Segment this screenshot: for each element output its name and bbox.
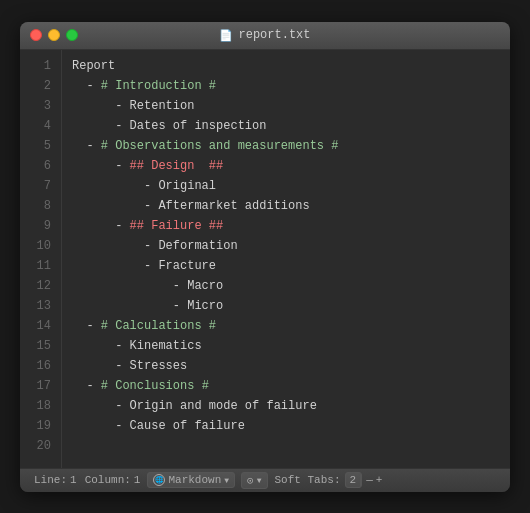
window-title: 📄 report.txt xyxy=(219,28,310,42)
line-number: 9 xyxy=(26,216,51,236)
settings-icon: ⊙ xyxy=(247,474,254,487)
editor-line: - Stresses xyxy=(72,356,500,376)
line-number: 4 xyxy=(26,116,51,136)
line-number: 2 xyxy=(26,76,51,96)
editor-line: - Macro xyxy=(72,276,500,296)
editor-line: - Deformation xyxy=(72,236,500,256)
line-number: 10 xyxy=(26,236,51,256)
editor-line: - # Calculations # xyxy=(72,316,500,336)
line-number: 18 xyxy=(26,396,51,416)
editor-content[interactable]: Report - # Introduction # - Retention - … xyxy=(62,50,510,468)
line-number: 11 xyxy=(26,256,51,276)
line-value: 1 xyxy=(70,474,77,486)
editor-line: - Kinematics xyxy=(72,336,500,356)
editor-line: - Cause of failure xyxy=(72,416,500,436)
editor-line: - Dates of inspection xyxy=(72,116,500,136)
globe-icon: 🌐 xyxy=(153,474,165,486)
line-indicator: Line: 1 xyxy=(30,474,81,486)
settings-button[interactable]: ⊙ ▼ xyxy=(241,472,267,489)
column-label: Column: xyxy=(85,474,131,486)
minimize-button[interactable] xyxy=(48,29,60,41)
line-label: Line: xyxy=(34,474,67,486)
editor-line: - # Observations and measurements # xyxy=(72,136,500,156)
line-number: 1 xyxy=(26,56,51,76)
line-number: 20 xyxy=(26,436,51,456)
title-text: report.txt xyxy=(238,28,310,42)
tab-indicator: Soft Tabs: xyxy=(271,474,345,486)
minus-label: — xyxy=(366,474,373,486)
language-label: Markdown xyxy=(168,474,221,486)
line-number: 15 xyxy=(26,336,51,356)
editor-line: - Origin and mode of failure xyxy=(72,396,500,416)
editor-line: - # Introduction # xyxy=(72,76,500,96)
line-number: 13 xyxy=(26,296,51,316)
statusbar: Line: 1 Column: 1 🌐 Markdown ▼ ⊙ ▼ Soft … xyxy=(20,468,510,492)
close-button[interactable] xyxy=(30,29,42,41)
editor-line xyxy=(72,436,500,456)
line-number: 17 xyxy=(26,376,51,396)
traffic-lights xyxy=(30,29,78,41)
editor-line: - # Conclusions # xyxy=(72,376,500,396)
editor-line: - Fracture xyxy=(72,256,500,276)
editor-line: - Aftermarket additions xyxy=(72,196,500,216)
editor-container[interactable]: 1234567891011121314151617181920 Report -… xyxy=(20,50,510,468)
settings-arrow: ▼ xyxy=(257,476,262,485)
line-number: 8 xyxy=(26,196,51,216)
titlebar: 📄 report.txt xyxy=(20,22,510,50)
tab-value: 2 xyxy=(346,473,361,487)
language-arrow: ▼ xyxy=(224,476,229,485)
line-number: 14 xyxy=(26,316,51,336)
line-number: 19 xyxy=(26,416,51,436)
maximize-button[interactable] xyxy=(66,29,78,41)
editor-line: Report xyxy=(72,56,500,76)
editor-line: - Retention xyxy=(72,96,500,116)
minus-plus: — + xyxy=(362,474,386,486)
file-icon: 📄 xyxy=(219,29,233,42)
tab-label: Soft Tabs: xyxy=(275,474,341,486)
editor-line: - ## Failure ## xyxy=(72,216,500,236)
editor-line: - ## Design ## xyxy=(72,156,500,176)
line-numbers: 1234567891011121314151617181920 xyxy=(20,50,62,468)
editor-line: - Micro xyxy=(72,296,500,316)
line-number: 6 xyxy=(26,156,51,176)
tab-stepper[interactable]: 2 xyxy=(345,472,363,488)
line-number: 5 xyxy=(26,136,51,156)
plus-label: + xyxy=(376,474,383,486)
line-number: 12 xyxy=(26,276,51,296)
line-number: 7 xyxy=(26,176,51,196)
line-number: 3 xyxy=(26,96,51,116)
editor-line: - Original xyxy=(72,176,500,196)
column-value: 1 xyxy=(134,474,141,486)
column-indicator: Column: 1 xyxy=(81,474,145,486)
editor-window: 📄 report.txt 123456789101112131415161718… xyxy=(20,22,510,492)
language-selector[interactable]: 🌐 Markdown ▼ xyxy=(147,472,235,488)
line-number: 16 xyxy=(26,356,51,376)
